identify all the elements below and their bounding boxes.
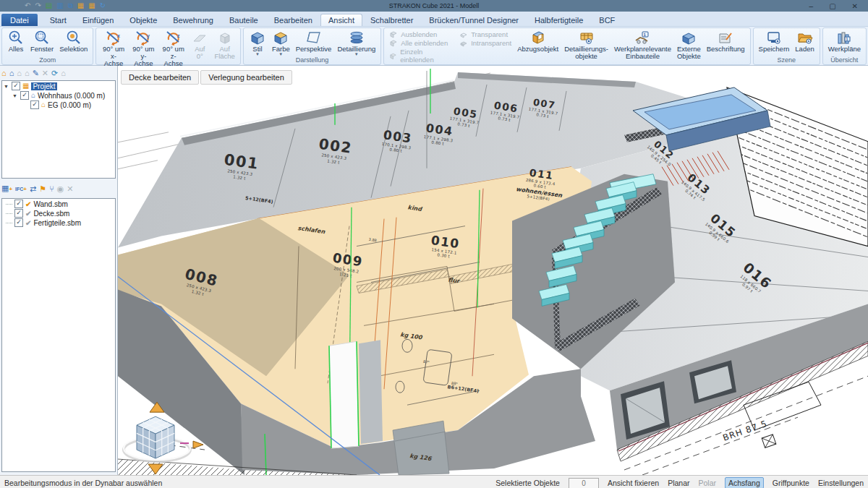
model-viewport[interactable]: Decke bearbeiten Verlegung bearbeiten <box>118 66 868 475</box>
tab-ansicht[interactable]: Ansicht <box>320 14 362 26</box>
selected-objects-count: 0 <box>569 478 599 488</box>
verlegung-bearbeiten-button[interactable]: Verlegung bearbeiten <box>200 70 292 85</box>
refresh-icon[interactable]: ↻ <box>100 2 106 9</box>
zoom-selektion-button[interactable]: Selektion <box>56 29 90 53</box>
detaillierung-button[interactable]: Detaillierung▼ <box>334 29 378 56</box>
einstellungen-button[interactable]: Einstellungen <box>818 479 864 487</box>
lock-notify-icon[interactable]: ⚑ <box>39 185 46 193</box>
x-axis-arrow-icon[interactable] <box>193 441 203 448</box>
achsfang-toggle[interactable]: Achsfang <box>725 477 764 488</box>
tab-einfuegen[interactable]: Einfügen <box>75 14 122 26</box>
farbe-button[interactable]: Farbe▼ <box>269 29 293 56</box>
share-icon[interactable]: ⑂ <box>49 185 54 193</box>
rotate-z-button[interactable]: z 90° um z-Achse <box>158 29 188 68</box>
model-3d-view[interactable]: 001250 x 423.31.32 t 002250 x 423.31.32 … <box>118 66 868 475</box>
save-icon[interactable]: ▤ <box>46 2 52 9</box>
tab-start[interactable]: Start <box>42 14 75 26</box>
perspektive-button[interactable]: Perspektive <box>293 29 335 53</box>
redo-icon[interactable]: ↷ <box>35 2 41 9</box>
tab-datei[interactable]: Datei <box>1 14 38 26</box>
planar-toggle[interactable]: Planar <box>668 479 689 487</box>
maximize-button[interactable]: ▢ <box>829 2 835 10</box>
auf-flaeche-icon <box>216 30 234 46</box>
griffpunkte-toggle[interactable]: Griffpunkte <box>773 479 809 487</box>
save-as-icon[interactable]: ▥ <box>56 2 63 9</box>
tab-bearbeiten[interactable]: Bearbeiten <box>266 14 320 26</box>
beschriftung-button[interactable]: Beschriftung <box>704 29 748 53</box>
auf-0-icon <box>191 30 208 46</box>
menu-tab-bar: Datei Start Einfügen Objekte Bewehrung B… <box>0 12 868 27</box>
checkbox[interactable]: ✓ <box>14 200 23 208</box>
werkplaene-button[interactable]: 1 Werkpläne <box>825 29 864 53</box>
status-bar: Bearbeitungsmodus in der Dynabar auswähl… <box>0 475 868 488</box>
szene-laden-button[interactable]: Laden <box>792 29 817 53</box>
ansicht-fixieren-toggle[interactable]: Ansicht fixieren <box>608 479 659 487</box>
externe-objekte-button[interactable]: Externe Objekte <box>674 29 704 61</box>
layer-item-fertigteile[interactable]: ✓ ✔ Fertigteile.sbm <box>2 218 115 227</box>
tree-item-wohnhaus[interactable]: ▼ ✓ ⌂ Wohnhaus (0.000 m) <box>2 90 115 100</box>
expander-icon[interactable]: ▼ <box>4 84 9 89</box>
checkbox[interactable]: ✓ <box>14 209 23 218</box>
layer-item-decke[interactable]: ✓ ✔ Decke.sbm <box>2 208 115 218</box>
layer-item-wand[interactable]: ✓ ✔ Wand.sbm <box>2 199 115 208</box>
tab-bruecken-tunnel[interactable]: Brücken/Tunnel Designer <box>421 14 527 26</box>
rotate-x-button[interactable]: x 90° um x-Achse <box>98 29 128 68</box>
detaillierungsobjekte-button[interactable]: Detaillierungs- objekte <box>561 29 611 61</box>
dropdown-caret-icon: ▼ <box>278 53 283 56</box>
tab-bewehrung[interactable]: Bewehrung <box>165 14 221 26</box>
tab-halbfertigteile[interactable]: Halbfertigteile <box>527 14 591 26</box>
copy-icon[interactable]: ⧉ <box>68 2 73 9</box>
stil-button[interactable]: Stil▼ <box>246 29 269 56</box>
storey-up-icon[interactable]: ⌂ <box>9 69 14 77</box>
left-panel: ⌂ ⌂ ⌂ ⌂ ✎ ✕ ⟳ ⌂ ▼ ✓ ▦ Projekt ▼ ✓ ⌂ Wohn… <box>0 66 118 475</box>
edit-pencil-icon[interactable]: ✎ <box>33 69 39 77</box>
tab-schalbretter[interactable]: Schalbretter <box>362 14 421 26</box>
remove-x-icon: ✕ <box>67 185 73 193</box>
zoom-alles-button[interactable]: Alles <box>4 29 27 53</box>
settings-refresh-icon[interactable]: ⟳ <box>51 69 58 77</box>
checkbox[interactable]: ✓ <box>30 100 39 109</box>
ifc-import-icon[interactable]: IFC+ <box>15 185 27 193</box>
swap-arrows-icon[interactable]: ⇄ <box>30 185 36 193</box>
storey-stack-icon[interactable]: ⌂ <box>1 69 7 77</box>
close-button[interactable]: ✕ <box>852 2 858 10</box>
project-icon: ▦ <box>22 82 29 90</box>
abzugsobjekt-button[interactable]: Abzugsobjekt <box>514 29 561 53</box>
decke-bearbeiten-button[interactable]: Decke bearbeiten <box>121 70 199 85</box>
svg-text:BRH 87.5: BRH 87.5 <box>721 419 768 443</box>
zoom-fenster-button[interactable]: Fenster <box>27 29 56 53</box>
undo-icon[interactable]: ↶ <box>25 2 30 9</box>
rotate-x-icon: x <box>105 30 122 46</box>
add-model-icon[interactable]: ▦+ <box>1 184 12 193</box>
ribbon-group-szene: Speichern Laden Szene <box>753 27 820 65</box>
szene-speichern-button[interactable]: Speichern <box>756 29 793 53</box>
tab-bauteile[interactable]: Bauteile <box>221 14 266 26</box>
alle-einblenden-button: Alle einblenden <box>388 39 455 47</box>
building-icon: ⌂ <box>31 92 35 99</box>
werkplanrelevante-einbauteile-button[interactable]: 1 Werkplanrelevante Einbauteile <box>611 29 674 61</box>
checkbox[interactable]: ✓ <box>20 91 29 100</box>
project-tree-toolbar: ⌂ ⌂ ⌂ ⌂ ✎ ✕ ⟳ ⌂ <box>0 66 117 80</box>
checkbox[interactable]: ✓ <box>14 218 23 227</box>
polar-toggle[interactable]: Polar <box>698 479 716 487</box>
folder-export-icon[interactable]: ▦ <box>88 2 95 9</box>
ribbon-group-ansicht-drehen: x 90° um x-Achse y 90° um y-Achse z 90° … <box>95 27 241 65</box>
title-bar: ↶ ↷ ▤ ▥ ⧉ ▦ ▦ ↻ STRAKON Cube 2021 - Mode… <box>0 0 868 12</box>
section-box <box>762 435 776 448</box>
zoom-window-icon <box>33 30 51 46</box>
rotate-y-button[interactable]: y 90° um y-Achse <box>129 29 158 68</box>
tab-bcf[interactable]: BCF <box>591 14 623 26</box>
opaque-icon <box>459 39 469 47</box>
perspective-icon <box>305 30 323 46</box>
dropdown-caret-icon: ▼ <box>354 53 359 56</box>
intransparent-button: Intransparent <box>458 39 513 47</box>
expander-icon[interactable]: ▼ <box>12 93 18 98</box>
minimize-button[interactable]: – <box>809 2 814 10</box>
tree-item-projekt[interactable]: ▼ ✓ ▦ Projekt <box>2 81 115 90</box>
detailing-objects-icon <box>578 30 595 46</box>
tab-objekte[interactable]: Objekte <box>122 14 165 26</box>
folder-import-icon[interactable]: ▦ <box>77 2 84 9</box>
checkbox[interactable]: ✓ <box>12 82 20 90</box>
tree-item-eg[interactable]: ✓ ⌂ EG (0.000 m) <box>2 100 115 109</box>
quick-access-toolbar: ↶ ↷ ▤ ▥ ⧉ ▦ ▦ ↻ <box>25 2 106 9</box>
